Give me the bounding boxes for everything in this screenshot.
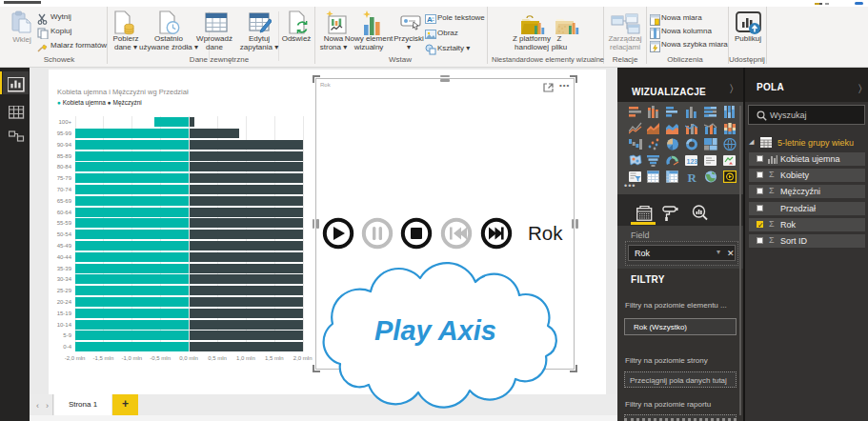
svg-text:Rok: Rok — [528, 222, 563, 244]
svg-text:123: 123 — [686, 157, 697, 164]
svg-text:Play Axis: Play Axis — [374, 315, 496, 346]
svg-text:R: R — [687, 170, 696, 183]
svg-text:A: A — [427, 15, 433, 24]
